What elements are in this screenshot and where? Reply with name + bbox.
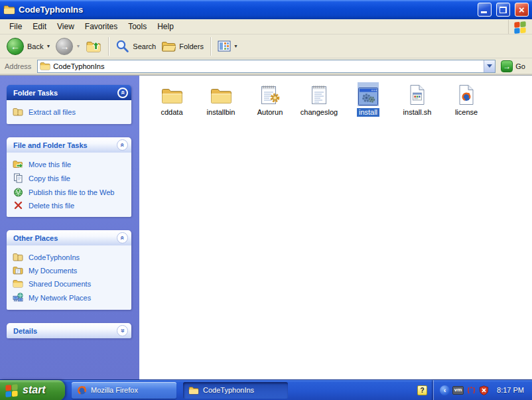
file-item-installbin[interactable]: installbin [196, 80, 245, 117]
zip-folder-icon [12, 253, 24, 262]
file-item-license[interactable]: license [442, 80, 491, 117]
panel-title: Other Places [13, 234, 58, 242]
chevron-down-icon [487, 64, 492, 68]
menu-file[interactable]: File [4, 20, 27, 33]
shared-folder-icon [12, 279, 24, 289]
task-extract-all-files[interactable]: Extract all files [11, 105, 127, 119]
panel-other-places: Other Places « CodeTyphonIns [7, 230, 131, 310]
network-activity-icon[interactable] [466, 385, 476, 395]
panel-details: Details « [7, 323, 131, 338]
vmware-icon[interactable]: vm [452, 386, 464, 395]
panel-header-folder-tasks[interactable]: Folder Tasks « [7, 85, 131, 100]
taskbar-button-mozilla-firefox[interactable]: Mozilla Firefox [72, 382, 176, 399]
close-icon: × [519, 5, 525, 15]
menu-help[interactable]: Help [152, 20, 179, 33]
up-button[interactable] [83, 38, 104, 55]
place-shared-documents[interactable]: Shared Documents [11, 277, 127, 291]
file-label: install.sh [401, 108, 434, 117]
toolbar-separator [210, 37, 211, 56]
taskbar-button-codetyphonins[interactable]: CodeTyphonIns [183, 382, 288, 399]
file-label: installbin [205, 108, 237, 117]
restore-button[interactable] [496, 3, 510, 17]
views-grid-icon [218, 40, 231, 52]
panel-header-details[interactable]: Details « [7, 323, 131, 338]
delete-icon [12, 201, 24, 210]
security-alert-shield-icon[interactable] [479, 385, 489, 395]
folders-label: Folders [179, 42, 204, 50]
place-my-documents[interactable]: My Documents [11, 264, 127, 277]
task-label: Move this file [29, 161, 71, 168]
task-delete-this-file[interactable]: Delete this file [11, 199, 127, 212]
back-button[interactable]: ← Back ▼ [4, 36, 53, 56]
address-dropdown-button[interactable] [484, 60, 495, 72]
minimize-icon [481, 11, 487, 13]
forward-button[interactable]: → ▼ [53, 36, 83, 56]
address-field[interactable] [37, 60, 496, 73]
title-bar[interactable]: CodeTyphonIns × [0, 0, 532, 19]
back-arrow-icon: ← [7, 38, 24, 55]
panel-header-file-folder-tasks[interactable]: File and Folder Tasks « [7, 137, 131, 153]
chevron-up-icon: « [119, 90, 127, 94]
task-pane-sidebar: Folder Tasks « Extract all files [0, 76, 139, 379]
minimize-button[interactable] [478, 3, 492, 17]
folder-icon [210, 83, 232, 105]
system-tray: ‹ vm 8:17 PM [433, 380, 532, 400]
file-item-autorun[interactable]: Autorun [245, 80, 295, 117]
folder-window-icon [3, 5, 15, 15]
task-label: Publish this file to the Web [29, 188, 114, 196]
views-button[interactable]: ▼ [215, 39, 241, 53]
chevron-down-button[interactable]: « [117, 325, 128, 336]
chevron-up-button[interactable]: « [117, 139, 128, 151]
menu-favorites[interactable]: Favorites [80, 20, 123, 33]
menu-view[interactable]: View [52, 20, 80, 33]
windows-flag-icon [5, 383, 19, 397]
panel-header-other-places[interactable]: Other Places « [7, 230, 131, 245]
task-label: Delete this file [29, 202, 74, 210]
task-move-this-file[interactable]: Move this file [11, 158, 127, 171]
address-input[interactable] [53, 62, 481, 70]
folder-icon [188, 386, 199, 395]
start-button[interactable]: start [0, 380, 65, 400]
network-places-icon [12, 293, 24, 302]
close-button[interactable]: × [515, 3, 529, 17]
place-label: My Documents [29, 267, 77, 275]
task-copy-this-file[interactable]: Copy this file [11, 171, 127, 185]
help-balloon-icon[interactable]: ? [417, 385, 427, 395]
taskbar-button-label: CodeTyphonIns [203, 386, 254, 394]
place-codetyphonins[interactable]: CodeTyphonIns [11, 251, 127, 264]
address-label: Address [3, 62, 33, 70]
hide-icons-chevron[interactable]: ‹ [440, 385, 450, 395]
chevron-up-button[interactable]: « [117, 232, 128, 243]
file-item-changeslog[interactable]: changeslog [295, 80, 344, 117]
text-document-icon [311, 83, 327, 105]
restore-icon [499, 7, 507, 13]
file-label: license [453, 108, 480, 117]
file-item-cddata[interactable]: cddata [147, 80, 196, 117]
folders-button[interactable]: Folders [159, 39, 206, 54]
folders-icon [161, 40, 176, 52]
taskbar-button-label: Mozilla Firefox [91, 386, 138, 394]
back-history-caret-icon[interactable]: ▼ [46, 44, 50, 48]
task-publish-this-file[interactable]: Publish this file to the Web [11, 185, 127, 199]
file-item-install[interactable]: install [344, 80, 393, 117]
place-my-network-places[interactable]: My Network Places [11, 291, 127, 304]
go-button[interactable]: → Go [499, 60, 529, 72]
panel-title: Details [13, 327, 37, 335]
chevron-up-icon: « [119, 235, 126, 239]
folder-up-icon [86, 39, 101, 54]
menu-tools[interactable]: Tools [123, 20, 152, 33]
file-list-view[interactable]: cddata installbin [139, 76, 532, 379]
panel-folder-tasks: Folder Tasks « Extract all files [7, 85, 131, 124]
clock[interactable]: 8:17 PM [497, 386, 524, 394]
menu-edit[interactable]: Edit [27, 20, 52, 33]
chevron-up-button[interactable]: « [117, 88, 128, 98]
move-file-icon [12, 160, 24, 169]
my-documents-icon [12, 266, 24, 275]
installer-application-icon [358, 83, 378, 105]
file-item-install-sh[interactable]: install.sh [393, 80, 442, 117]
taskbar: start Mozilla Firefox CodeTyphonIns [0, 379, 532, 400]
copy-file-icon [12, 173, 24, 183]
forward-arrow-icon: → [56, 38, 73, 55]
search-button[interactable]: Search [113, 38, 159, 54]
views-caret-icon[interactable]: ▼ [233, 44, 238, 48]
